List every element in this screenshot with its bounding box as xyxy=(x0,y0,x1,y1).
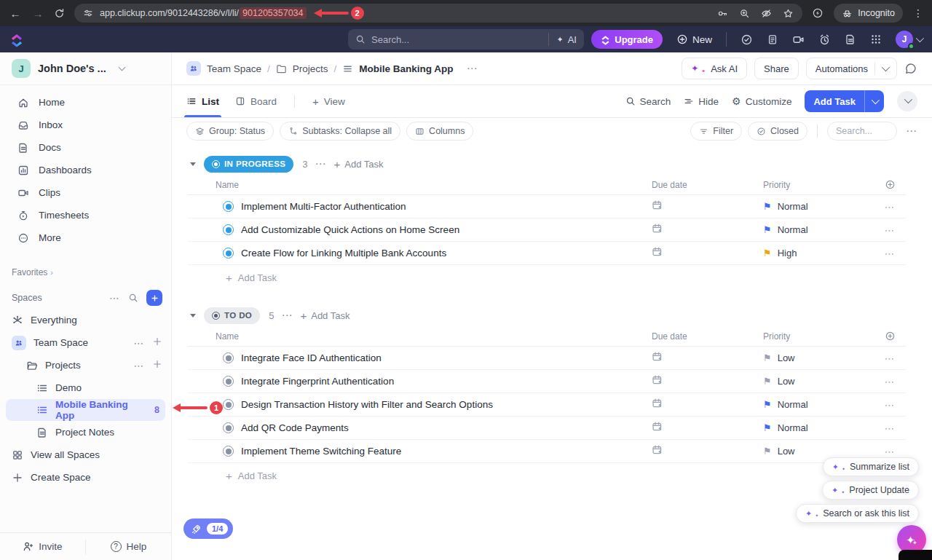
sidebar-item-more[interactable]: More xyxy=(0,226,171,249)
breadcrumb-current[interactable]: Mobile Banking App xyxy=(359,63,453,74)
add-space-button[interactable] xyxy=(146,290,162,306)
sidebar-item-create-space[interactable]: Create Space xyxy=(0,466,171,489)
group-more-icon[interactable]: ⋯ xyxy=(315,157,327,170)
task-priority-cell[interactable]: ⚑Normal xyxy=(759,201,874,212)
task-due-date-cell[interactable] xyxy=(641,200,759,213)
task-status-icon[interactable] xyxy=(223,422,234,433)
task-due-date-cell[interactable] xyxy=(641,246,759,260)
share-button[interactable]: Share xyxy=(754,58,799,79)
add-view-button[interactable]: + View xyxy=(312,85,345,117)
task-due-date-cell[interactable] xyxy=(641,444,759,458)
comments-icon[interactable] xyxy=(904,62,917,75)
closed-pill[interactable]: Closed xyxy=(748,122,807,141)
breadcrumb-projects[interactable]: Projects xyxy=(293,63,328,74)
todo-check-icon[interactable] xyxy=(741,33,753,46)
notepad-icon[interactable] xyxy=(767,33,778,45)
group-more-icon[interactable]: ⋯ xyxy=(281,309,293,322)
collapse-header-button[interactable] xyxy=(897,91,917,111)
group-add-task-button[interactable]: +Add Task xyxy=(300,310,350,321)
task-name[interactable]: Implement Multi-Factor Authentication xyxy=(241,201,406,212)
sidebar-item-timesheets[interactable]: Timesheets xyxy=(0,204,171,226)
calplus-icon[interactable] xyxy=(652,444,663,455)
task-more-icon[interactable]: ⋯ xyxy=(874,248,906,259)
task-row[interactable]: Integrate Fingerprint Authentication⚑Low… xyxy=(188,370,906,393)
filter-more-icon[interactable]: ⋯ xyxy=(906,125,917,138)
sidebar-item-clips[interactable]: Clips xyxy=(0,181,171,204)
sidebar-item-projects[interactable]: Projects⋯ xyxy=(0,354,171,376)
sidebar-item-inbox[interactable]: Inbox xyxy=(0,114,171,136)
task-priority-cell[interactable]: ⚑Normal xyxy=(759,422,874,433)
add-icon[interactable] xyxy=(152,336,162,349)
task-name[interactable]: Add QR Code Payments xyxy=(241,422,349,433)
add-icon[interactable] xyxy=(152,359,162,371)
subtasks-pill[interactable]: Subtasks: Collapse all xyxy=(280,122,400,141)
browser-reload-icon[interactable] xyxy=(54,8,65,19)
invite-button[interactable]: Invite xyxy=(0,541,85,552)
column-header-priority[interactable]: Priority xyxy=(759,180,874,190)
task-more-icon[interactable]: ⋯ xyxy=(874,201,906,213)
site-settings-icon[interactable] xyxy=(83,8,93,18)
search-or-ask-button[interactable]: ✦✦ Search or ask this list xyxy=(796,504,919,523)
url-bar[interactable]: app.clickup.com/9012443286/v/l/li/901205… xyxy=(74,4,802,23)
task-row[interactable]: Implement Theme Switching Feature⚑Low⋯ xyxy=(188,440,906,463)
task-name[interactable]: Integrate Fingerprint Authentication xyxy=(241,376,394,387)
task-name[interactable]: Add Customizable Quick Actions on Home S… xyxy=(241,224,459,235)
add-column-button[interactable] xyxy=(874,179,906,190)
task-due-date-cell[interactable] xyxy=(641,421,759,435)
task-status-icon[interactable] xyxy=(223,376,234,387)
task-priority-cell[interactable]: ⚑High xyxy=(759,248,874,259)
calplus-icon[interactable] xyxy=(652,374,663,385)
workspace-switcher[interactable]: J John Doe's ... xyxy=(0,52,171,85)
breadcrumb-more-icon[interactable]: ⋯ xyxy=(467,62,478,75)
browser-forward-icon[interactable]: → xyxy=(31,7,44,20)
group-add-task-button[interactable]: +Add Task xyxy=(334,159,384,170)
onboarding-progress-button[interactable]: 1/4 xyxy=(183,518,233,539)
task-due-date-cell[interactable] xyxy=(641,351,759,365)
hide-button[interactable]: Hide xyxy=(684,96,719,107)
calplus-icon[interactable] xyxy=(652,421,663,432)
upgrade-button[interactable]: Upgrade xyxy=(591,30,663,49)
browser-menu-icon[interactable]: ⋮ xyxy=(913,7,923,19)
more-icon[interactable]: ⋯ xyxy=(134,360,144,371)
global-search-input[interactable]: Search... ✦AI xyxy=(348,29,584,50)
task-due-date-cell[interactable] xyxy=(641,398,759,411)
task-name[interactable]: Create Flow for Linking Multiple Bank Ac… xyxy=(241,248,446,259)
video-record-icon[interactable] xyxy=(792,33,805,46)
collapse-caret-icon[interactable] xyxy=(189,309,197,322)
more-icon[interactable]: ⋯ xyxy=(134,337,144,349)
task-more-icon[interactable]: ⋯ xyxy=(874,224,906,236)
column-header-due-date[interactable]: Due date xyxy=(641,331,759,342)
add-column-button[interactable] xyxy=(874,331,906,342)
calplus-icon[interactable] xyxy=(652,351,663,362)
spaces-more-icon[interactable]: ⋯ xyxy=(109,292,120,304)
apps-grid-icon[interactable] xyxy=(870,33,882,45)
task-more-icon[interactable]: ⋯ xyxy=(874,422,906,434)
sidebar-item-docs[interactable]: Docs xyxy=(0,136,171,159)
status-pill[interactable]: TO DO xyxy=(204,307,260,324)
doc-page-icon[interactable] xyxy=(845,33,856,45)
url-text[interactable]: app.clickup.com/9012443286/v/l/li/901205… xyxy=(100,7,711,20)
task-name[interactable]: Integrate Face ID Authentication xyxy=(241,352,382,363)
task-due-date-cell[interactable] xyxy=(641,374,759,388)
status-pill[interactable]: IN PROGRESS xyxy=(204,156,293,173)
task-status-icon[interactable] xyxy=(223,446,234,457)
automations-button[interactable]: Automations xyxy=(806,58,897,79)
browser-back-icon[interactable]: ← xyxy=(9,7,22,20)
task-priority-cell[interactable]: ⚑Low xyxy=(759,446,874,457)
sidebar-item-mobile-banking-app[interactable]: Mobile Banking App8 xyxy=(6,399,165,421)
customize-button[interactable]: ⚙ Customize xyxy=(732,96,791,107)
sidebar-item-home[interactable]: Home xyxy=(0,91,171,114)
task-row[interactable]: Integrate Face ID Authentication⚑Low⋯ xyxy=(188,347,906,370)
calplus-icon[interactable] xyxy=(652,223,663,234)
task-more-icon[interactable]: ⋯ xyxy=(874,399,906,411)
help-button[interactable]: ? Help xyxy=(86,541,171,552)
task-row[interactable]: Add QR Code Payments⚑Normal⋯ xyxy=(188,417,906,440)
task-row[interactable]: Create Flow for Linking Multiple Bank Ac… xyxy=(188,242,906,265)
extension-icon[interactable] xyxy=(812,7,824,19)
project-update-button[interactable]: ✦✦ Project Update xyxy=(822,481,919,500)
calplus-icon[interactable] xyxy=(652,246,663,257)
task-due-date-cell[interactable] xyxy=(641,223,759,237)
password-key-icon[interactable] xyxy=(717,8,728,19)
bookmark-star-icon[interactable] xyxy=(783,8,794,19)
spaces-search-icon[interactable] xyxy=(128,293,138,303)
